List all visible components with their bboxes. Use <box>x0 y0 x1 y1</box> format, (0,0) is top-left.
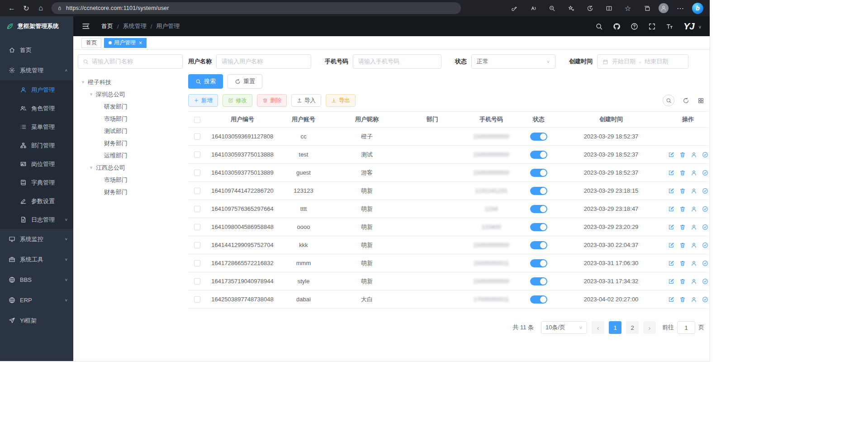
row-checkbox[interactable] <box>194 188 200 194</box>
import-button[interactable]: 导入 <box>291 94 321 107</box>
search-button[interactable]: 搜索 <box>188 74 223 89</box>
table-refresh-button[interactable] <box>682 97 689 104</box>
reload-button[interactable]: ↻ <box>19 2 33 14</box>
row-delete-button[interactable] <box>679 188 686 194</box>
row-check-button[interactable] <box>702 188 708 194</box>
more-menu-icon[interactable]: ⋯ <box>673 2 688 14</box>
table-search-button[interactable] <box>663 95 674 106</box>
sidebar-item-user-mgmt[interactable]: 用户管理 <box>0 81 73 99</box>
tree-node[interactable]: 市场部门 <box>78 113 183 125</box>
status-toggle[interactable] <box>530 241 547 249</box>
add-favorite-icon[interactable] <box>564 2 578 14</box>
password-manager-icon[interactable] <box>507 2 521 14</box>
sidebar-item-param-settings[interactable]: 参数设置 <box>0 192 73 210</box>
tree-node[interactable]: 运维部门 <box>78 149 183 162</box>
status-toggle[interactable] <box>530 169 547 177</box>
sidebar-item-system-monitor[interactable]: 系统监控∨ <box>0 229 73 249</box>
close-icon[interactable]: × <box>139 40 142 46</box>
sidebar-item-bbs[interactable]: BBS∨ <box>0 270 73 290</box>
status-select[interactable]: 正常 ∨ <box>471 54 555 69</box>
table-columns-button[interactable] <box>697 97 704 104</box>
row-check-button[interactable] <box>702 278 708 285</box>
row-edit-button[interactable] <box>668 224 674 230</box>
row-user-button[interactable] <box>691 206 697 212</box>
row-checkbox[interactable] <box>194 206 200 212</box>
row-edit-button[interactable] <box>668 170 674 176</box>
brand-logo[interactable]: YJ <box>683 21 694 32</box>
row-checkbox[interactable] <box>194 242 200 248</box>
row-user-button[interactable] <box>691 260 697 266</box>
sidebar-item-role-mgmt[interactable]: 角色管理 <box>0 99 73 118</box>
breadcrumb-item[interactable]: 系统管理 <box>123 22 147 30</box>
delete-button[interactable]: 删除 <box>257 94 287 107</box>
header-search-icon[interactable] <box>595 22 603 30</box>
status-toggle[interactable] <box>530 133 547 141</box>
caret-down-icon[interactable]: ▾ <box>88 165 95 171</box>
row-checkbox[interactable] <box>194 278 200 285</box>
row-delete-button[interactable] <box>679 170 686 176</box>
tree-node[interactable]: 测试部门 <box>78 125 183 137</box>
tree-node[interactable]: ▾深圳总公司 <box>78 88 183 100</box>
prev-page-button[interactable]: ‹ <box>592 321 604 334</box>
github-icon[interactable] <box>613 22 621 30</box>
status-toggle[interactable] <box>530 187 547 195</box>
sidebar-item-home[interactable]: 首页 <box>0 40 73 60</box>
help-icon[interactable] <box>631 22 639 30</box>
collections-icon[interactable] <box>640 2 654 14</box>
row-user-button[interactable] <box>691 188 697 194</box>
row-edit-button[interactable] <box>668 242 674 248</box>
sidebar-item-erp[interactable]: ERP∨ <box>0 290 73 310</box>
zoom-icon[interactable] <box>545 2 559 14</box>
row-check-button[interactable] <box>702 242 708 248</box>
sidebar-item-menu-mgmt[interactable]: 菜单管理 <box>0 118 73 136</box>
row-checkbox[interactable] <box>194 133 200 140</box>
page-1-button[interactable]: 1 <box>609 321 621 334</box>
sidebar-item-system[interactable]: 系统管理∧ <box>0 60 73 81</box>
row-checkbox[interactable] <box>194 224 200 230</box>
caret-down-icon[interactable]: ▾ <box>80 79 86 85</box>
status-toggle[interactable] <box>530 223 547 231</box>
row-delete-button[interactable] <box>679 242 686 248</box>
row-user-button[interactable] <box>691 242 697 248</box>
row-delete-button[interactable] <box>679 260 686 266</box>
page-size-select[interactable]: 10条/页∨ <box>541 321 587 334</box>
sidebar-item-post-mgmt[interactable]: 岗位管理 <box>0 155 73 173</box>
row-user-button[interactable] <box>691 296 697 303</box>
row-user-button[interactable] <box>691 278 697 285</box>
row-check-button[interactable] <box>702 170 708 176</box>
row-check-button[interactable] <box>702 206 708 212</box>
tree-node[interactable]: ▾橙子科技 <box>78 76 183 88</box>
sidebar-item-yi-framework[interactable]: Yi框架 <box>0 310 73 331</box>
row-edit-button[interactable] <box>668 188 674 194</box>
tree-node[interactable]: 财务部门 <box>78 137 183 149</box>
row-user-button[interactable] <box>691 152 697 158</box>
reset-button[interactable]: 重置 <box>228 74 262 89</box>
goto-input[interactable]: 1 <box>677 321 695 334</box>
page-2-button[interactable]: 2 <box>626 321 639 334</box>
tree-node[interactable]: ▾江西总公司 <box>78 162 183 174</box>
row-delete-button[interactable] <box>679 206 686 212</box>
tab-home[interactable]: 首页 <box>81 38 101 48</box>
caret-down-icon[interactable]: ▾ <box>88 91 95 97</box>
status-toggle[interactable] <box>530 151 547 159</box>
tree-node[interactable]: 财务部门 <box>78 186 183 198</box>
favorites-icon[interactable]: ☆ <box>621 2 635 14</box>
sidebar-item-system-tools[interactable]: 系统工具∨ <box>0 249 73 270</box>
read-aloud-icon[interactable] <box>526 2 540 14</box>
export-button[interactable]: 导出 <box>326 94 356 107</box>
profile-avatar[interactable] <box>659 3 669 13</box>
status-toggle[interactable] <box>530 295 547 304</box>
next-page-button[interactable]: › <box>643 321 656 334</box>
font-size-icon[interactable] <box>666 22 674 30</box>
row-checkbox[interactable] <box>194 296 200 303</box>
row-edit-button[interactable] <box>668 206 674 212</box>
sidebar-item-log-mgmt[interactable]: 日志管理∨ <box>0 210 73 229</box>
address-bar[interactable]: https://ccnetcore.com:1101/system/user <box>52 2 461 14</box>
tab-user-mgmt[interactable]: 用户管理× <box>104 38 147 48</box>
home-button[interactable]: ⌂ <box>33 2 48 14</box>
select-all-checkbox[interactable] <box>194 117 200 123</box>
tree-node[interactable]: 市场部门 <box>78 174 183 186</box>
status-toggle[interactable] <box>530 205 547 213</box>
username-input[interactable]: 请输入用户名称 <box>216 54 311 69</box>
row-delete-button[interactable] <box>679 278 686 285</box>
